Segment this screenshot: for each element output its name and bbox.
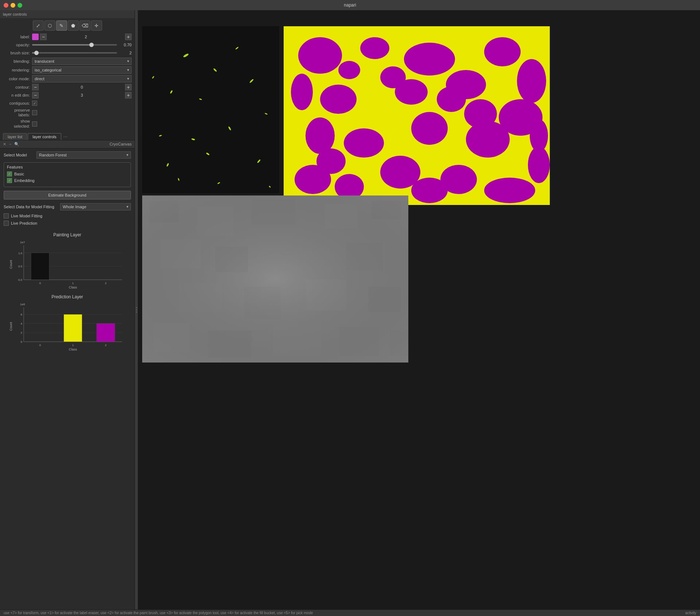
color-mode-content: direct bbox=[32, 75, 132, 82]
maximize-button[interactable] bbox=[18, 3, 22, 8]
svg-point-75 bbox=[411, 178, 448, 203]
svg-text:0: 0 bbox=[39, 344, 41, 347]
minimize-panel-icon[interactable]: − bbox=[9, 142, 11, 146]
label-plus-btn[interactable]: + bbox=[125, 34, 132, 40]
tabs-more-icon[interactable]: ··· bbox=[63, 133, 68, 140]
preserve-labels-row: preservelabels: bbox=[0, 107, 135, 118]
data-fitting-label: Select Data for Model Fitting bbox=[4, 205, 60, 209]
svg-point-73 bbox=[530, 119, 548, 152]
eraser-tool-btn[interactable]: ⌫ bbox=[79, 20, 90, 31]
rendering-dropdown[interactable]: iso_categorical bbox=[32, 66, 132, 74]
show-selected-checkbox[interactable] bbox=[32, 121, 37, 127]
svg-text:1e6: 1e6 bbox=[20, 303, 25, 306]
search-panel-icon[interactable]: 🔍 bbox=[14, 142, 19, 147]
cryocanvas-title: CryoCanvas bbox=[109, 142, 132, 146]
feature-basic-label: Basic bbox=[14, 172, 24, 176]
contour-value: 0 bbox=[39, 85, 125, 89]
status-bar: use <7> for transform, use <1> for activ… bbox=[0, 609, 700, 616]
n-edit-dim-content: − 3 + bbox=[32, 92, 132, 98]
polygon-tool-btn[interactable]: ⬟ bbox=[68, 20, 79, 31]
opacity-value: 0.70 bbox=[117, 43, 132, 47]
preserve-labels-content bbox=[32, 110, 132, 115]
contour-plus-btn[interactable]: + bbox=[125, 84, 132, 90]
feature-basic-checkbox[interactable] bbox=[7, 171, 12, 177]
svg-text:4: 4 bbox=[20, 322, 22, 325]
n-edit-dim-minus-btn[interactable]: − bbox=[32, 92, 39, 98]
minimize-button[interactable] bbox=[11, 3, 15, 8]
svg-text:0: 0 bbox=[39, 282, 41, 285]
blending-row: blending: translucent bbox=[0, 57, 135, 66]
contiguous-checkbox[interactable] bbox=[32, 101, 37, 106]
svg-text:1: 1 bbox=[72, 344, 74, 347]
live-prediction-row: Live Prediction bbox=[4, 221, 131, 226]
transform-tool-btn[interactable]: ⤢ bbox=[33, 20, 44, 31]
label-content: − 2 + bbox=[32, 34, 132, 40]
contiguous-label: contiguous: bbox=[3, 101, 32, 105]
contiguous-content bbox=[32, 101, 132, 106]
svg-text:0: 0 bbox=[20, 340, 22, 344]
select-model-row: Select Model Random Forest bbox=[4, 151, 131, 159]
brush-size-label: brush size: bbox=[3, 51, 32, 55]
label-value: 2 bbox=[47, 35, 125, 39]
feature-embedding-label: Embedding bbox=[14, 178, 35, 183]
label-minus-btn[interactable]: − bbox=[40, 34, 47, 40]
data-fitting-dropdown[interactable]: Whole Image bbox=[60, 203, 131, 210]
painting-chart-area: Count 1e7 0.0 0.5 1.0 bbox=[9, 239, 126, 290]
color-mode-label: color mode: bbox=[3, 77, 32, 81]
svg-text:6: 6 bbox=[20, 313, 22, 316]
n-edit-dim-label: n edit dim: bbox=[3, 93, 32, 97]
opacity-slider[interactable] bbox=[32, 42, 117, 47]
svg-text:2: 2 bbox=[105, 282, 106, 285]
prediction-chart-title: Prediction Layer bbox=[4, 294, 131, 299]
svg-text:2: 2 bbox=[105, 344, 106, 347]
brush-size-slider[interactable] bbox=[32, 50, 117, 55]
fill-bucket-tool-btn[interactable]: ⬡ bbox=[44, 20, 55, 31]
prediction-chart-area: Count 1e6 0 2 4 6 bbox=[9, 301, 126, 352]
show-selected-label: showselected: bbox=[3, 119, 32, 128]
n-edit-dim-value: 3 bbox=[39, 93, 125, 97]
panel-divider[interactable] bbox=[135, 10, 138, 609]
color-mode-dropdown[interactable]: direct bbox=[32, 75, 132, 82]
close-button[interactable] bbox=[4, 3, 8, 8]
segmentation-view bbox=[284, 26, 550, 205]
svg-text:1: 1 bbox=[72, 282, 74, 285]
live-prediction-checkbox[interactable] bbox=[4, 221, 9, 226]
svg-point-50 bbox=[360, 37, 389, 59]
contour-minus-btn[interactable]: − bbox=[32, 84, 39, 90]
prediction-bar-1 bbox=[64, 314, 82, 342]
painting-bar-0 bbox=[31, 253, 49, 280]
paint-brush-tool-btn[interactable]: ✎ bbox=[56, 20, 67, 31]
close-panel-icon[interactable]: ✕ bbox=[3, 142, 6, 147]
label-color-swatch[interactable] bbox=[32, 34, 39, 40]
header-left: ✕ − 🔍 bbox=[3, 142, 19, 147]
svg-text:1.0: 1.0 bbox=[18, 252, 22, 255]
svg-point-52 bbox=[484, 37, 521, 66]
svg-text:Class: Class bbox=[69, 348, 77, 351]
model-dropdown[interactable]: Random Forest bbox=[36, 151, 131, 159]
blending-dropdown[interactable]: translucent bbox=[32, 58, 132, 65]
grayscale-svg bbox=[142, 195, 408, 363]
preserve-labels-checkbox[interactable] bbox=[32, 110, 37, 115]
rendering-content: iso_categorical bbox=[32, 66, 132, 74]
n-edit-dim-row: n edit dim: − 3 + bbox=[0, 91, 135, 99]
feature-basic-row: Basic bbox=[7, 171, 128, 177]
label-row: label: − 2 + bbox=[0, 33, 135, 41]
tab-layer-controls[interactable]: layer controls bbox=[28, 133, 61, 140]
window-controls[interactable] bbox=[4, 3, 22, 8]
svg-point-54 bbox=[291, 74, 313, 110]
feature-embedding-checkbox[interactable] bbox=[7, 178, 12, 183]
live-model-fitting-row: Live Model Fitting bbox=[4, 213, 131, 218]
opacity-row: opacity: 0.70 bbox=[0, 41, 135, 49]
title-bar: napari bbox=[0, 0, 700, 10]
svg-text:Count: Count bbox=[9, 260, 13, 269]
move-tool-btn[interactable]: ✛ bbox=[91, 20, 102, 31]
n-edit-dim-plus-btn[interactable]: + bbox=[125, 92, 132, 98]
tab-layer-list[interactable]: layer list bbox=[3, 133, 27, 140]
brush-size-content: 2 bbox=[32, 50, 132, 55]
toolbar-row: ⤢ ⬡ ✎ ⬟ ⌫ ✛ bbox=[0, 18, 135, 33]
estimate-background-button[interactable]: Estimate Background bbox=[4, 191, 131, 199]
features-title: Features bbox=[7, 165, 128, 169]
svg-point-70 bbox=[437, 86, 466, 112]
live-model-fitting-checkbox[interactable] bbox=[4, 213, 9, 218]
segmentation-svg bbox=[284, 26, 550, 205]
